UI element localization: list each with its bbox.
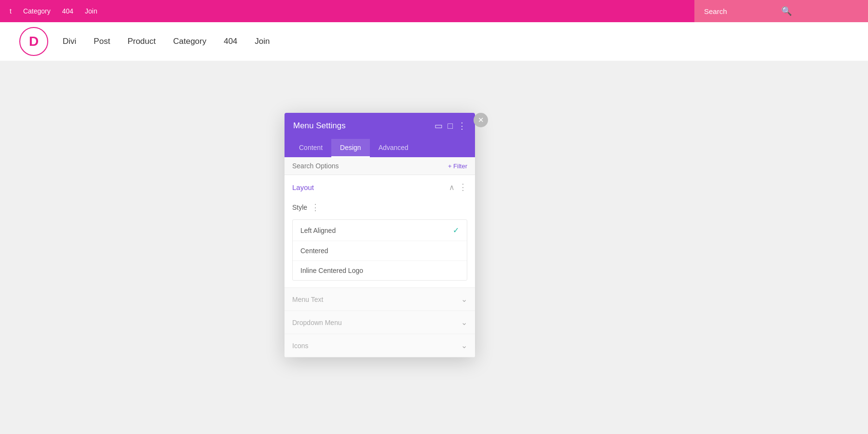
split-view-icon[interactable]: □ [448,121,453,131]
search-options-bar: + Filter [285,157,475,175]
nav-item-404[interactable]: 404 [224,37,237,46]
option-centered-label: Centered [300,247,328,255]
option-left-aligned-label: Left Aligned [300,227,336,234]
style-more-icon[interactable]: ⋮ [311,202,320,213]
nav-item-divi[interactable]: Divi [63,37,76,46]
main-header: D Divi Post Product Category 404 Join [0,22,868,61]
dropdown-menu-chevron[interactable]: ⌄ [461,318,467,327]
menu-text-section: Menu Text ⌄ [285,288,475,311]
layout-section: Layout ∧ ⋮ Style ⋮ Left Aligned ✓ [285,175,475,288]
close-icon: ✕ [478,116,484,124]
modal-close-button[interactable]: ✕ [474,113,488,127]
logo: D [19,27,48,56]
option-centered[interactable]: Centered [293,241,467,261]
check-icon: ✓ [453,226,459,235]
top-bar: t Category 404 Join Search 🔍 [0,0,868,22]
fullscreen-icon[interactable]: ▭ [434,121,443,131]
nav-item-category[interactable]: Category [173,37,206,46]
option-left-aligned[interactable]: Left Aligned ✓ [293,220,467,241]
layout-more-icon[interactable]: ⋮ [459,182,467,192]
dropdown-menu-title: Dropdown Menu [292,319,342,326]
style-label: Style [292,203,307,211]
filter-label: + Filter [448,163,467,170]
more-options-icon[interactable]: ⋮ [458,121,466,131]
layout-collapse-icon[interactable]: ∧ [449,183,455,192]
layout-section-header: Layout ∧ ⋮ [285,175,475,199]
layout-section-title: Layout [292,183,314,191]
dropdown-menu-section: Dropdown Menu ⌄ [285,311,475,334]
modal-tabs: Content Design Advanced [285,139,475,157]
modal-title: Menu Settings [293,121,346,131]
topnav-item-404[interactable]: 404 [62,7,73,15]
style-dropdown-options: Left Aligned ✓ Centered Inline Centered … [292,219,467,281]
menu-text-chevron[interactable]: ⌄ [461,295,467,304]
menu-text-title: Menu Text [292,296,323,303]
option-inline-centered-logo-label: Inline Centered Logo [300,267,363,274]
tab-content[interactable]: Content [290,139,331,157]
icons-chevron[interactable]: ⌄ [461,341,467,350]
modal-body: Layout ∧ ⋮ Style ⋮ Left Aligned ✓ [285,175,475,357]
icons-title: Icons [292,342,308,350]
topnav-item-category[interactable]: Category [23,7,51,15]
topnav-item-join[interactable]: Join [85,7,97,15]
search-icon[interactable]: 🔍 [781,6,858,16]
nav-item-post[interactable]: Post [94,37,110,46]
style-row: Style ⋮ [285,199,475,217]
tab-advanced[interactable]: Advanced [370,139,417,157]
layout-section-icons: ∧ ⋮ [449,182,467,192]
nav-item-join[interactable]: Join [255,37,270,46]
top-bar-search-area: Search 🔍 [694,0,868,22]
filter-button[interactable]: + Filter [448,163,467,170]
main-nav: Divi Post Product Category 404 Join [63,37,270,46]
logo-letter: D [29,34,39,49]
tab-design[interactable]: Design [331,139,370,157]
top-bar-nav: t Category 404 Join [10,7,97,15]
topnav-item-t[interactable]: t [10,7,12,15]
page-background: Menu Settings ▭ □ ⋮ Content Design Advan… [0,61,868,434]
nav-item-product[interactable]: Product [127,37,156,46]
icons-section: Icons ⌄ [285,334,475,357]
modal-header: Menu Settings ▭ □ ⋮ [285,113,475,139]
search-label: Search [704,7,781,15]
search-options-input[interactable] [292,162,448,170]
option-inline-centered-logo[interactable]: Inline Centered Logo [293,261,467,280]
modal-header-icons: ▭ □ ⋮ [434,121,466,131]
menu-settings-panel: Menu Settings ▭ □ ⋮ Content Design Advan… [285,113,475,357]
